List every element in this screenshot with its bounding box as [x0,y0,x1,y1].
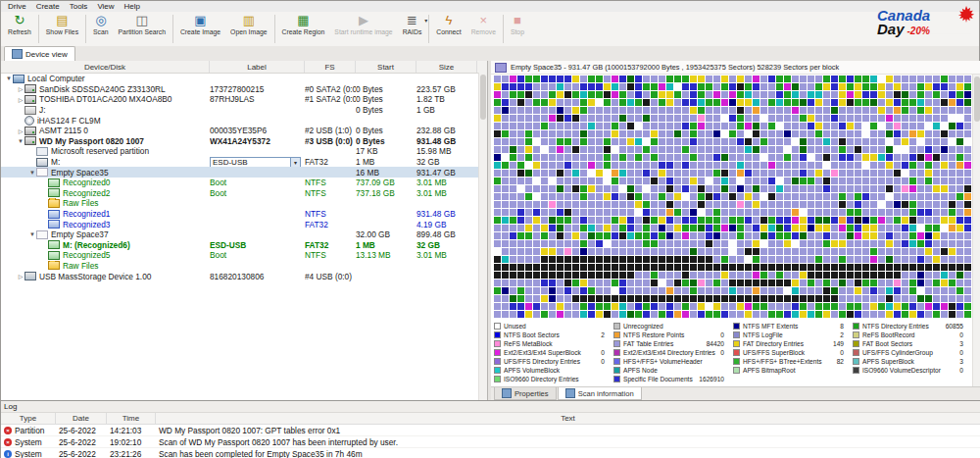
menu-tools[interactable]: Tools [65,2,93,11]
device-row-recognized0[interactable]: Recognized0BootNTFS737.09 GB3.01 MB [1,178,487,188]
log-row[interactable]: ×System25-6-202219:02:10Scan of WD My Pa… [1,436,980,448]
legend-checkbox[interactable] [613,376,620,382]
device-row-usb-massstorage-device-1-00[interactable]: ▷USB MassStorage Device 1.00816820130806… [1,271,487,281]
device-row-recognized3[interactable]: Recognized3FAT324.19 GB [1,219,487,229]
legend-checkbox[interactable] [494,323,501,330]
menu-view[interactable]: View [92,2,119,11]
legend-checkbox[interactable] [733,349,740,356]
refresh-button[interactable]: ↻Refresh [3,12,36,46]
device-row-empty-space35[interactable]: ▼Empty Space3516 MB931.47 GB [1,167,487,178]
device-row-sandisk-sdssda240g-z33130rl[interactable]: ▷SanDisk SDSSDA240G Z33130RL173727800215… [1,84,487,95]
legend-count: 3 [959,340,972,347]
legend-checkbox[interactable] [494,331,501,338]
expand-arrow-icon[interactable]: ▷ [17,273,24,280]
device-row-m-[interactable]: M:ESD-USB▾FAT321 MB32 GB [1,157,487,168]
legend-checkbox[interactable] [494,367,501,374]
scan-button[interactable]: ◎Scan [88,12,114,46]
legend-checkbox[interactable] [733,331,740,338]
expand-arrow-icon[interactable]: ▼ [28,231,36,237]
log-row[interactable]: iSystem25-6-202223:21:26Scan has been co… [1,448,980,458]
map-block [808,115,814,122]
expand-arrow-icon[interactable]: ▼ [17,138,24,144]
device-row-toshiba-dt01aca200-mx4oa8b0[interactable]: ▷TOSHIBA DT01ACA200 MX4OA8B087RHJ9LAS#1 … [1,94,487,105]
column-header-size[interactable]: Size [416,61,477,73]
column-header-start[interactable]: Start [356,61,416,73]
sector-block-map[interactable] [494,76,971,318]
device-row-raw-files[interactable]: Raw Files [1,198,487,209]
stop-button[interactable]: ■Stop [506,12,529,46]
device-row-m-recognized6-[interactable]: M: (Recognized6)ESD-USBFAT321 MB32 GB [1,240,487,251]
chevron-down-icon[interactable]: ▾ [290,158,300,167]
legend-checkbox[interactable] [733,367,740,374]
device-row-microsoft-reserved-partition[interactable]: Microsoft reserved partition17 KB15.98 M… [1,146,487,157]
legend-checkbox[interactable] [613,358,620,365]
tab-properties[interactable]: Properties [494,387,557,400]
start-runtime-image-button[interactable]: ▶Start runtime image [329,12,397,46]
scan-scrollbar[interactable] [972,75,980,386]
expand-arrow-icon[interactable]: ▷ [17,127,24,134]
legend-checkbox[interactable] [613,349,620,356]
expand-arrow-icon[interactable]: ▷ [17,85,24,92]
scrollbar-thumb[interactable] [480,75,486,120]
legend-checkbox[interactable] [613,367,620,374]
log-row[interactable]: ×Partition25-6-202214:21:03WD My Passpor… [1,425,980,436]
connect-button[interactable]: ϟConnect [431,12,466,46]
device-row-ihas124-f-cl9m[interactable]: iHAS124 F CL9M [1,115,487,126]
legend-checkbox[interactable] [853,349,859,356]
scrollbar-thumb[interactable] [974,76,980,122]
tab-scan-information[interactable]: Scan information [558,387,642,400]
open-image-button[interactable]: ▥Open Image [225,12,271,46]
column-header-label[interactable]: Label [210,61,305,73]
dropdown-arrow-icon[interactable]: ▾ [424,17,427,24]
map-block [604,115,611,122]
device-row-asmt-2115-0[interactable]: ▷ASMT 2115 0000035YE35P6#2 USB (1:0)0 By… [1,126,487,136]
map-block [572,138,579,145]
legend-checkbox[interactable] [613,340,620,347]
show-files-button[interactable]: ▤Show Files [41,12,83,46]
device-row-recognized5[interactable]: Recognized5BootNTFS13.13 MB3.01 MB [1,250,487,261]
device-row-raw-files[interactable]: Raw Files [1,261,487,272]
legend-checkbox[interactable] [733,323,740,330]
legend-checkbox[interactable] [853,367,859,374]
remove-button[interactable]: ×Remove [466,12,501,46]
map-block [784,201,791,208]
column-header-fs[interactable]: FS [305,61,356,73]
expand-arrow-icon[interactable]: ▼ [28,170,36,176]
legend-checkbox[interactable] [853,358,859,365]
menu-drive[interactable]: Drive [3,2,31,11]
legend-checkbox[interactable] [494,376,501,382]
map-block [682,311,689,318]
legend-checkbox[interactable] [494,340,501,347]
menu-create[interactable]: Create [31,2,65,11]
legend-checkbox[interactable] [613,323,620,330]
legend-checkbox[interactable] [733,340,740,347]
legend-checkbox[interactable] [733,358,740,365]
legend-checkbox[interactable] [494,349,501,356]
map-block [533,272,540,279]
device-row-local-computer[interactable]: ▼Local Computer [1,74,487,84]
legend-checkbox[interactable] [853,331,859,338]
legend-checkbox[interactable] [613,331,620,338]
map-block [557,162,564,169]
device-row-empty-space37[interactable]: ▼Empty Space3732.00 GB899.48 GB [1,229,487,240]
map-block [878,76,885,82]
legend-checkbox[interactable] [853,340,859,347]
raids-button[interactable]: ≣▾RAIDs [398,12,427,46]
device-tree-scrollbar[interactable] [478,73,487,400]
column-header-device-disk[interactable]: Device/Disk [1,61,210,73]
device-row-j-[interactable]: J:0 Bytes1 GB [1,105,487,116]
create-region-button[interactable]: ▦Create Region [277,12,330,46]
legend-checkbox[interactable] [494,358,501,365]
expand-arrow-icon[interactable]: ▼ [5,76,13,81]
device-row-recognized2[interactable]: Recognized2BootNTFS737.18 GB3.01 MB [1,188,487,199]
map-block [956,146,963,153]
device-row-recognized1[interactable]: Recognized1NTFS931.48 GB [1,209,487,220]
menu-help[interactable]: Help [120,2,145,11]
expand-arrow-icon[interactable]: ▷ [17,96,24,103]
legend-checkbox[interactable] [853,323,859,330]
device-row-wd-my-passport-0820-1007[interactable]: ▼WD My Passport 0820 1007WX41A24Y5372#3 … [1,136,487,147]
tab-device-view[interactable]: Device view [4,46,75,61]
volume-label-combobox[interactable]: ESD-USB▾ [210,157,301,168]
partition-search-button[interactable]: ◫Partition Search [114,12,171,46]
create-image-button[interactable]: ▣Create Image [175,12,225,46]
